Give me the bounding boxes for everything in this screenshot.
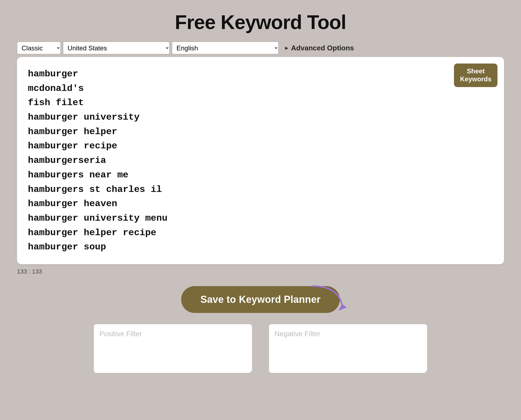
page-title: Free Keyword Tool xyxy=(175,11,346,33)
list-item: hamburger helper recipe xyxy=(28,226,493,240)
keyword-box: × SheetKeywords hamburgermcdonald'sfish … xyxy=(17,57,504,264)
list-item: hamburger soup xyxy=(28,240,493,254)
arrow-icon xyxy=(296,283,351,316)
toolbar: Classic United States English ► Advanced… xyxy=(17,42,504,54)
keyword-count: 133 : 133 xyxy=(17,268,504,275)
list-item: hamburger heaven xyxy=(28,197,493,211)
list-item: hamburgerseria xyxy=(28,153,493,168)
advanced-options-toggle[interactable]: ► Advanced Options xyxy=(284,44,354,52)
list-item: mcdonald's xyxy=(28,81,493,96)
svg-marker-0 xyxy=(338,304,347,311)
classic-select[interactable]: Classic xyxy=(17,42,61,54)
country-select[interactable]: United States xyxy=(63,42,170,54)
negative-filter-input[interactable] xyxy=(269,324,427,373)
list-item: fish filet xyxy=(28,96,493,110)
list-item: hamburger helper xyxy=(28,125,493,139)
list-item: hamburger university menu xyxy=(28,211,493,226)
list-item: hamburgers near me xyxy=(28,168,493,182)
sheet-keywords-button[interactable]: SheetKeywords xyxy=(454,64,497,87)
list-item: hamburger xyxy=(28,67,493,81)
keyword-list: hamburgermcdonald'sfish filethamburger u… xyxy=(28,67,493,254)
language-select[interactable]: English xyxy=(172,42,279,54)
list-item: hamburgers st charles il xyxy=(28,182,493,197)
advanced-options-label: Advanced Options xyxy=(291,44,354,52)
play-icon: ► xyxy=(284,45,290,51)
save-section: Save to Keyword Planner xyxy=(17,286,504,313)
filters-row xyxy=(17,324,504,373)
list-item: hamburger recipe xyxy=(28,139,493,153)
positive-filter-input[interactable] xyxy=(94,324,252,373)
list-item: hamburger university xyxy=(28,110,493,125)
